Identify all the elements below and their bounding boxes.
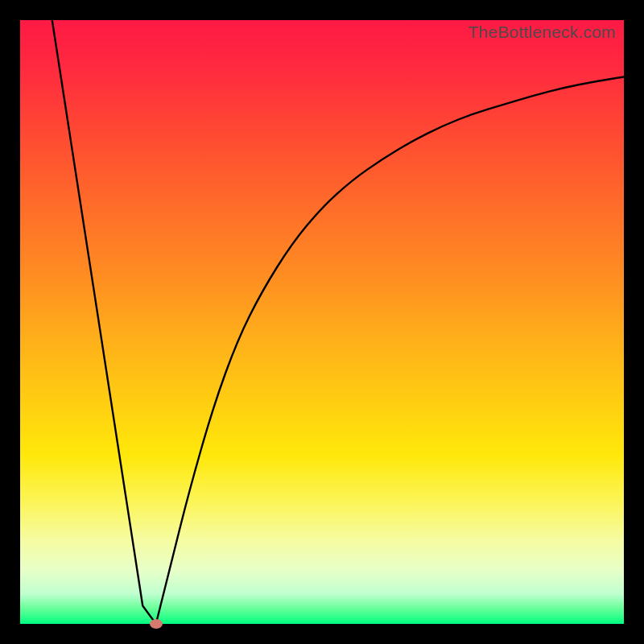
bottleneck-curve	[20, 20, 624, 624]
optimum-marker	[150, 619, 163, 629]
curve-path	[52, 20, 624, 624]
chart-plot-area: TheBottleneck.com	[20, 20, 624, 624]
